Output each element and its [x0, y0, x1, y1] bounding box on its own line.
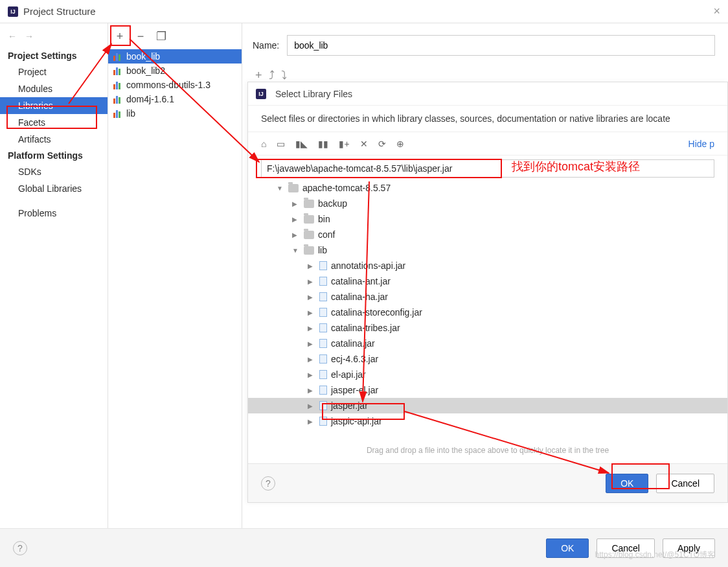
file-toolbar-icon-3[interactable]: ▮▮	[318, 139, 328, 149]
sidebar-item-global-libraries[interactable]: Global Libraries	[0, 180, 108, 197]
tree-arrow-icon: ▶	[308, 371, 315, 378]
sidebar-item-artifacts[interactable]: Artifacts	[0, 131, 108, 148]
tree-label: catalina-tribes.jar	[331, 323, 400, 333]
dialog-help-icon[interactable]: ?	[261, 476, 275, 491]
main-footer: ? OK Cancel Apply	[0, 528, 728, 567]
add-icon[interactable]: +	[255, 69, 262, 82]
library-item[interactable]: commons-dbutils-1.3	[108, 78, 242, 92]
jar-icon	[319, 370, 327, 379]
jar-icon	[319, 401, 327, 410]
sidebar-item-problems[interactable]: Problems	[0, 205, 108, 222]
copy-library-button[interactable]: ❐	[155, 29, 168, 43]
file-tree[interactable]: ▼apache-tomcat-8.5.57▶backup▶bin▶conf▼li…	[248, 180, 727, 439]
tree-row[interactable]: ▶jasper.jar	[248, 398, 727, 413]
library-icon	[113, 66, 122, 75]
tree-row[interactable]: ▶jasper-el.jar	[248, 382, 727, 398]
tree-arrow-icon: ▶	[308, 262, 315, 270]
main-ok-button[interactable]: OK	[546, 538, 589, 558]
tree-arrow-icon: ▶	[308, 278, 315, 285]
library-icon	[113, 80, 122, 89]
tree-row[interactable]: ▼lib	[248, 242, 727, 258]
tree-label: jaspic-api.jar	[331, 416, 382, 426]
close-icon[interactable]: ×	[713, 5, 720, 18]
down-icon[interactable]: ⤵	[281, 69, 287, 82]
file-toolbar-icon-7[interactable]: ⊕	[396, 139, 404, 149]
tree-row[interactable]: ▶annotations-api.jar	[248, 258, 727, 273]
tree-row[interactable]: ▶bin	[248, 211, 727, 227]
tree-label: catalina-ha.jar	[331, 292, 388, 302]
tree-row[interactable]: ▶catalina.jar	[248, 336, 727, 351]
nav-back-icon[interactable]: ←	[8, 31, 17, 41]
tree-row[interactable]: ▶catalina-ha.jar	[248, 289, 727, 305]
jar-icon	[319, 323, 327, 332]
tree-row[interactable]: ▶conf	[248, 227, 727, 242]
tree-label: jasper-el.jar	[331, 385, 378, 395]
library-name-input[interactable]	[287, 35, 715, 56]
nav-forward-icon[interactable]: →	[25, 31, 34, 41]
file-toolbar-icon-1[interactable]: ▭	[277, 139, 285, 149]
add-library-button[interactable]: +	[113, 30, 126, 43]
library-panel: + − ❐ book_libbook_lib2commons-dbutils-1…	[108, 23, 242, 528]
jar-icon	[319, 308, 327, 317]
file-toolbar-icon-2[interactable]: ▮◣	[295, 139, 308, 149]
library-icon	[113, 95, 122, 104]
app-icon: IJ	[8, 6, 18, 17]
remove-library-button[interactable]: −	[134, 30, 147, 43]
tree-label: catalina-ant.jar	[331, 276, 391, 286]
tree-row[interactable]: ▼apache-tomcat-8.5.57	[248, 180, 727, 196]
library-item[interactable]: lib	[108, 106, 242, 121]
folder-icon	[304, 231, 314, 239]
jar-icon	[319, 277, 327, 286]
sidebar-item-modules[interactable]: Modules	[0, 80, 108, 97]
name-label: Name:	[253, 40, 279, 51]
tree-arrow-icon: ▶	[308, 418, 315, 425]
library-item[interactable]: book_lib2	[108, 64, 242, 78]
tree-arrow-icon: ▶	[292, 231, 300, 238]
tree-row[interactable]: ▶ecj-4.6.3.jar	[248, 351, 727, 367]
hide-path-link[interactable]: Hide p	[688, 139, 714, 149]
jar-icon	[319, 417, 327, 426]
tree-arrow-icon: ▶	[308, 356, 315, 363]
library-item[interactable]: book_lib	[108, 49, 242, 64]
library-label: book_lib	[126, 51, 160, 62]
tree-arrow-icon: ▶	[308, 309, 315, 316]
sidebar-item-project[interactable]: Project	[0, 64, 108, 80]
file-toolbar-icon-4[interactable]: ▮+	[339, 139, 349, 149]
tree-arrow-icon: ▶	[292, 216, 300, 223]
tree-row[interactable]: ▶catalina-storeconfig.jar	[248, 305, 727, 320]
folder-icon	[304, 200, 314, 208]
tree-arrow-icon: ▶	[308, 325, 315, 332]
path-input[interactable]: F:\javaweb\apache-tomcat-8.5.57\lib\jasp…	[261, 159, 714, 178]
tree-arrow-icon: ▶	[292, 200, 300, 207]
dialog-ok-button[interactable]: OK	[606, 474, 648, 493]
jar-icon	[319, 292, 327, 301]
library-label: lib	[126, 108, 135, 119]
tree-row[interactable]: ▶jaspic-api.jar	[248, 413, 727, 429]
file-toolbar-icon-6[interactable]: ⟳	[378, 139, 386, 149]
tree-row[interactable]: ▶catalina-ant.jar	[248, 273, 727, 289]
drag-hint: Drag and drop a file into the space abov…	[248, 442, 727, 461]
dialog-title: Select Library Files	[275, 89, 352, 99]
jar-icon	[319, 261, 327, 270]
tree-arrow-icon: ▶	[308, 340, 315, 347]
sidebar-item-sdks[interactable]: SDKs	[0, 163, 108, 180]
tree-row[interactable]: ▶el-api.jar	[248, 367, 727, 382]
sidebar-header-project: Project Settings	[0, 48, 108, 64]
jar-icon	[319, 386, 327, 395]
library-item[interactable]: dom4j-1.6.1	[108, 92, 242, 106]
sidebar-item-facets[interactable]: Facets	[0, 114, 108, 131]
tree-label: jasper.jar	[331, 400, 368, 411]
tree-label: conf	[318, 229, 335, 240]
library-label: book_lib2	[126, 65, 165, 76]
tree-row[interactable]: ▶backup	[248, 196, 727, 211]
up-icon[interactable]: ⤴	[269, 69, 275, 82]
file-toolbar-icon-0[interactable]: ⌂	[261, 139, 266, 149]
dialog-cancel-button[interactable]: Cancel	[656, 474, 714, 493]
sidebar-item-libraries[interactable]: Libraries	[0, 97, 108, 114]
window-title: Project Structure	[23, 6, 96, 17]
help-icon[interactable]: ?	[13, 541, 27, 555]
tree-arrow-icon: ▶	[308, 387, 315, 394]
tree-row[interactable]: ▶catalina-tribes.jar	[248, 320, 727, 336]
file-toolbar-icon-5[interactable]: ✕	[360, 139, 368, 149]
dialog-app-icon: IJ	[256, 89, 266, 99]
